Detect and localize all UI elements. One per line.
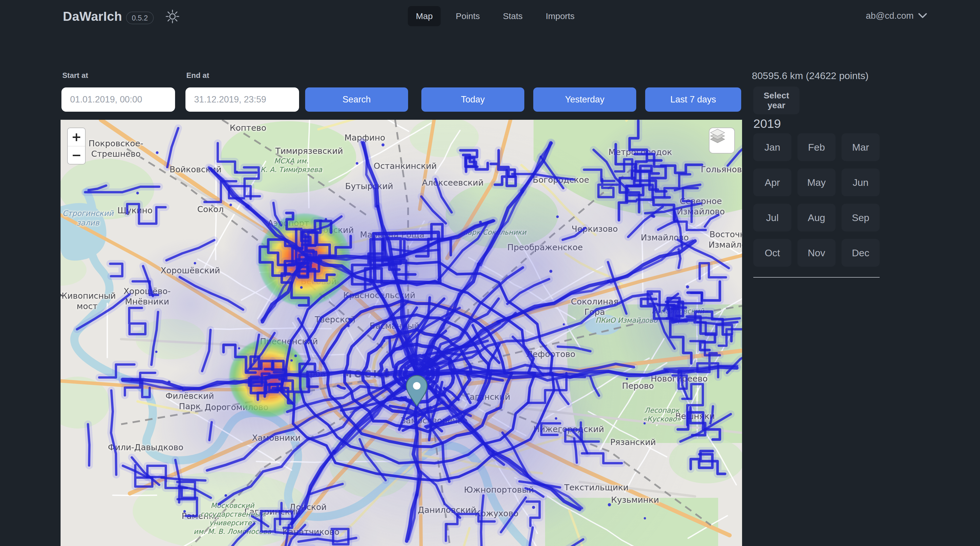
action-button[interactable]: Search — [305, 88, 408, 112]
nav-tab[interactable]: Imports — [538, 6, 582, 26]
month-button-label: Oct — [765, 247, 780, 258]
nav-tab-label: Imports — [546, 11, 574, 21]
end-date-input[interactable] — [185, 88, 299, 112]
user-email: ab@cd.com — [866, 11, 914, 21]
nav-tab[interactable]: Map — [408, 6, 441, 26]
sidebar-divider — [753, 277, 880, 278]
chevron-down-icon — [918, 13, 927, 19]
basemap-tiles — [60, 120, 742, 546]
start-at-label: Start at — [62, 71, 88, 80]
month-button[interactable]: Apr — [753, 169, 791, 196]
user-menu[interactable]: ab@cd.com — [864, 10, 929, 21]
dawarich-app: DaWarIch 0.5.2 MapPointsStatsImports ab@… — [0, 0, 980, 546]
map-container[interactable]: КоптевоПокровское- СтрешневоТимирязевски… — [60, 120, 742, 546]
month-button-label: Mar — [852, 142, 869, 153]
month-button[interactable]: Sep — [842, 204, 880, 231]
year-heading: 2019 — [753, 117, 781, 131]
month-button[interactable]: Mar — [842, 133, 880, 161]
action-button[interactable]: Last 7 days — [645, 88, 741, 112]
month-button[interactable]: Dec — [842, 239, 880, 267]
sun-icon — [165, 20, 180, 24]
navbar: DaWarIch 0.5.2 MapPointsStatsImports ab@… — [0, 0, 980, 32]
month-button-label: Apr — [765, 177, 780, 188]
month-grid: JanFebMarAprMayJunJulAugSepOctNovDec — [753, 133, 880, 267]
layers-control[interactable] — [709, 128, 735, 153]
month-button[interactable]: Jan — [753, 133, 791, 161]
distance-summary: 80595.6 km (24622 points) — [752, 70, 869, 81]
start-date-input[interactable] — [61, 88, 175, 112]
action-button[interactable]: Today — [422, 88, 524, 112]
select-year-button[interactable]: Select year — [753, 86, 799, 114]
action-button-label: Yesterday — [565, 94, 605, 104]
month-button-label: Dec — [852, 247, 869, 258]
month-button[interactable]: Feb — [797, 133, 835, 161]
month-button-label: Jul — [766, 212, 778, 223]
month-button[interactable]: Oct — [753, 239, 791, 267]
month-button[interactable]: Jul — [753, 204, 791, 231]
action-button[interactable]: Yesterday — [533, 88, 636, 112]
nav-tab-label: Points — [456, 11, 480, 21]
main-tabs: MapPointsStatsImports — [408, 6, 582, 26]
brand-logo: DaWarIch — [63, 9, 122, 24]
month-button-label: Jan — [765, 142, 780, 153]
version-badge: 0.5.2 — [126, 11, 154, 24]
month-button-label: Feb — [808, 142, 825, 153]
action-button-label: Search — [342, 94, 371, 104]
nav-tab[interactable]: Stats — [495, 6, 531, 26]
nav-tab-label: Map — [416, 11, 433, 21]
nav-tab-label: Stats — [503, 11, 523, 21]
action-button-label: Today — [461, 94, 485, 104]
month-button-label: Sep — [852, 212, 870, 223]
action-button-label: Last 7 days — [670, 94, 716, 104]
zoom-control: + − — [67, 128, 86, 164]
month-button-label: May — [807, 177, 826, 188]
month-button[interactable]: Aug — [797, 204, 835, 231]
nav-tab[interactable]: Points — [448, 6, 488, 26]
theme-toggle-button[interactable] — [165, 9, 180, 24]
month-button-label: Jun — [853, 177, 869, 188]
end-at-label: End at — [186, 71, 209, 80]
month-button[interactable]: Nov — [797, 239, 835, 267]
month-button-label: Nov — [808, 247, 825, 258]
month-button-label: Aug — [808, 212, 826, 223]
map-marker[interactable] — [405, 375, 429, 407]
zoom-out-button[interactable]: − — [68, 146, 85, 164]
month-button[interactable]: May — [797, 169, 835, 196]
zoom-in-button[interactable]: + — [68, 128, 85, 146]
month-button[interactable]: Jun — [842, 169, 880, 196]
